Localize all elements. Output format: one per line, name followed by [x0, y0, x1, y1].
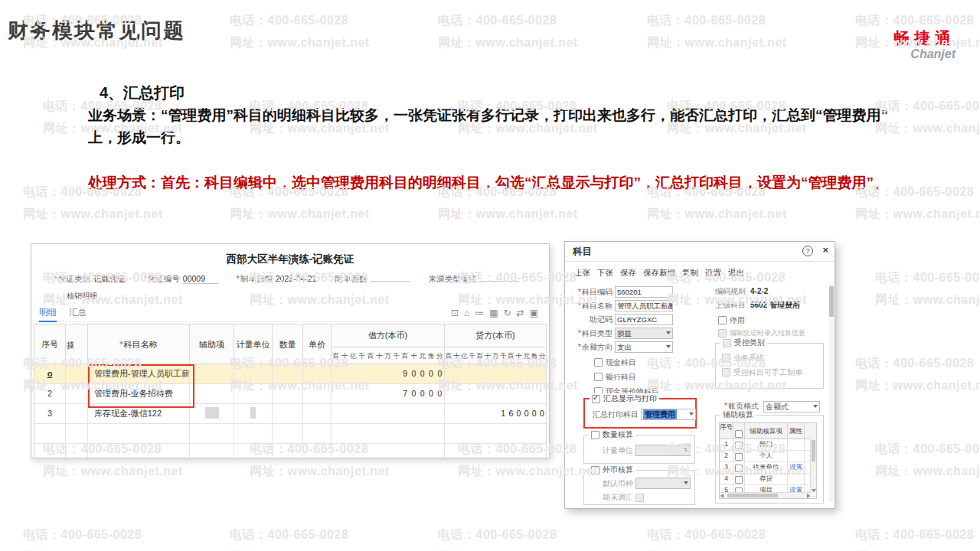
- digit-cell: [426, 424, 435, 443]
- voucher-row-1[interactable]: o管理费用-管理人员职工薪酬90000: [34, 364, 546, 384]
- checkbox-icon[interactable]: [735, 465, 743, 472]
- aux-settings-link: [788, 439, 805, 450]
- scrollbar-thumb[interactable]: [812, 440, 815, 461]
- account-code-input[interactable]: 560201: [615, 286, 673, 298]
- field-label: *余额方向: [573, 341, 612, 353]
- dialog-menu-item-1[interactable]: 下张: [597, 268, 613, 279]
- aux-row-3[interactable]: 3往来单位设置: [720, 462, 816, 474]
- voucher-row-2[interactable]: 2管理费用-业务招待费70000: [34, 384, 546, 404]
- scrollbar-thumb[interactable]: [829, 286, 834, 317]
- dialog-scrollbar[interactable]: [829, 283, 834, 502]
- scroll-left-icon[interactable]: [720, 494, 724, 498]
- seal-icon[interactable]: ⌂: [464, 308, 469, 318]
- field-value[interactable]: 记账凭证: [93, 274, 126, 283]
- row-price: [303, 424, 332, 444]
- checkbox-icon[interactable]: [735, 453, 743, 461]
- checkbox-icon[interactable]: [594, 358, 603, 367]
- digit-cell: [484, 384, 492, 403]
- watermark-phone: 电话：400-665-0028: [23, 523, 163, 546]
- field-label: 来源类型备注: [428, 274, 476, 283]
- checkbox-icon[interactable]: [718, 316, 727, 324]
- digit-cell: [366, 404, 374, 423]
- scrollbar-thumb[interactable]: [727, 494, 778, 497]
- quantity-legend: 数量核算: [589, 429, 635, 440]
- currency-select[interactable]: [635, 478, 691, 489]
- aux-horizontal-scrollbar[interactable]: [720, 492, 811, 498]
- field-value[interactable]: [479, 281, 519, 282]
- field-value[interactable]: 00009: [183, 274, 218, 284]
- row-debit: 90000: [332, 364, 445, 384]
- checkbox-icon[interactable]: [594, 373, 603, 381]
- digit-cell: [410, 404, 418, 423]
- digit-scale-char: 分: [436, 347, 444, 364]
- digit-scale-char: 元: [523, 347, 531, 364]
- field-balance-direction: *余额方向支出: [573, 341, 673, 353]
- scroll-down-icon[interactable]: [812, 489, 816, 492]
- dialog-menu-item-5[interactable]: 设置: [705, 268, 721, 279]
- voucher-row-4[interactable]: [34, 424, 546, 444]
- voucher-field-4: 来源类型备注: [428, 274, 519, 285]
- field-value[interactable]: [370, 281, 410, 282]
- save-icon[interactable]: ⊡: [451, 308, 459, 318]
- dialog-menu-item-3[interactable]: 保存新增: [643, 268, 675, 279]
- voucher-row-5[interactable]: [34, 444, 546, 458]
- dialog-menu-item-0[interactable]: 上张: [574, 268, 590, 279]
- unit-select[interactable]: [635, 445, 691, 456]
- refresh-icon[interactable]: ↻: [504, 308, 511, 318]
- help-icon[interactable]: ?: [802, 246, 813, 256]
- digit-scale-char: 元: [418, 347, 426, 364]
- column-header: 借方(本币)百十亿千百十万千百十元角分: [332, 324, 445, 364]
- digit-scale-char: 万: [384, 347, 392, 364]
- aux-vertical-scrollbar[interactable]: [810, 439, 816, 493]
- amount-digits: [445, 424, 546, 443]
- label-text: 科目编码: [582, 288, 612, 296]
- list-icon[interactable]: ≔: [475, 308, 484, 318]
- digit-cell: [484, 444, 492, 458]
- row-summary: [66, 384, 88, 404]
- dialog-menu-item-2[interactable]: 保存: [620, 268, 636, 279]
- digit-scale: 百十亿千百十万千百十元角分: [445, 347, 546, 364]
- checkbox-icon[interactable]: [735, 430, 743, 438]
- digit-cell: [332, 384, 340, 403]
- summary-print-account-select[interactable]: 管理费用: [641, 409, 696, 420]
- row-debit: 70000: [332, 384, 445, 404]
- fullscreen-icon[interactable]: ▣: [530, 308, 538, 318]
- controlled-items: 业务系统受控科目可手工制单: [722, 350, 802, 379]
- voucher-row-3[interactable]: 3库存现金-微信122160000: [34, 404, 546, 424]
- writeoff-detail-link[interactable]: 核销明细: [67, 291, 549, 302]
- watermark-block: 电话：400-665-0028网址：www.chanjet.net: [23, 523, 163, 551]
- field-value[interactable]: 2023-04-21: [276, 274, 317, 283]
- voucher-tab-1[interactable]: 汇总: [69, 307, 87, 321]
- checkbox-icon[interactable]: [735, 442, 743, 449]
- grid-icon[interactable]: ▦: [489, 308, 498, 318]
- parent-account-value: 5602 管理费用: [750, 301, 800, 309]
- checkbox-icon[interactable]: [591, 431, 599, 439]
- swap-icon[interactable]: ⇄: [517, 308, 524, 318]
- digit-cell: 0: [410, 384, 418, 403]
- digit-scale-char: 千: [468, 347, 475, 364]
- checkbox-icon[interactable]: [735, 476, 743, 484]
- checkbox-icon[interactable]: [591, 466, 599, 474]
- aux-row-1[interactable]: 1部门: [720, 439, 816, 451]
- ledger-format-select[interactable]: 金额式: [763, 401, 820, 412]
- watermark-phone: 电话：400-665-0028: [855, 352, 980, 374]
- mnemonic-input[interactable]: GLRYZGXC: [615, 314, 673, 325]
- dialog-toolbar: 上张下张保存保存新增复制设置退出: [574, 268, 744, 279]
- aux-settings-link[interactable]: 设置: [788, 462, 805, 473]
- voucher-tab-0[interactable]: 明细: [39, 307, 57, 322]
- aux-col-check: [733, 423, 745, 439]
- aux-row-2[interactable]: 2个人: [720, 451, 816, 462]
- balance-direction-select[interactable]: 支出: [615, 341, 673, 353]
- checkbox-label: 受控科目可手工制单: [733, 368, 802, 377]
- checked-checkbox-icon[interactable]: [592, 395, 600, 403]
- dialog-menu-item-4[interactable]: 复制: [682, 268, 698, 279]
- account-type-select[interactable]: 损益: [615, 328, 673, 339]
- watermark-site: 网址：www.chanjet.net: [230, 203, 370, 225]
- close-icon[interactable]: ×: [822, 244, 828, 256]
- chevron-down-icon: [689, 412, 694, 416]
- scroll-right-icon[interactable]: [807, 494, 810, 498]
- dialog-menu-item-6[interactable]: 退出: [728, 268, 744, 279]
- aux-seq: 1: [720, 439, 733, 450]
- account-name-input[interactable]: 管理人员职工薪酬: [615, 300, 673, 311]
- aux-row-4[interactable]: 4存货: [720, 474, 816, 485]
